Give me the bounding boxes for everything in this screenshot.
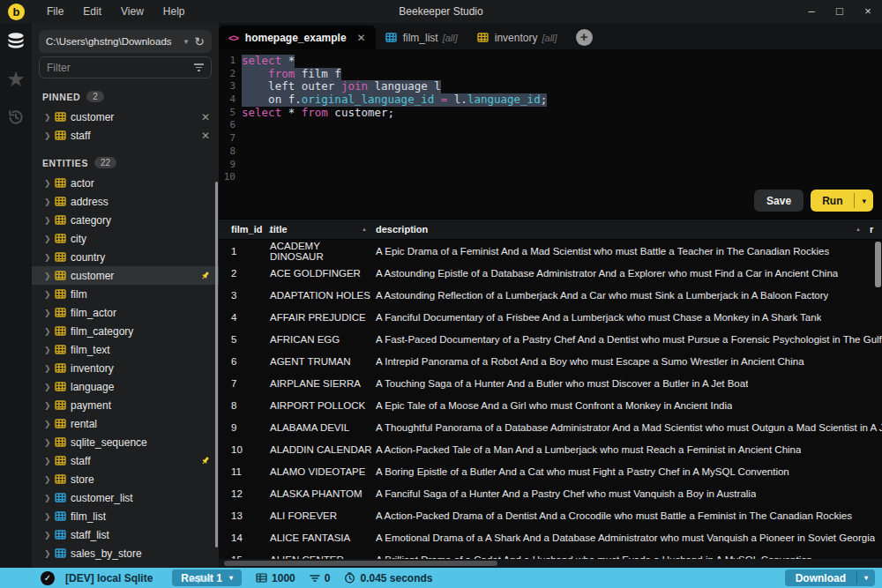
- table-row[interactable]: 6AGENT TRUMANA Intrepid Panorama of a Ro…: [219, 350, 882, 372]
- entity-item-country[interactable]: ❯country: [32, 248, 219, 266]
- cell-film-id[interactable]: 14: [219, 532, 270, 543]
- code-line-2[interactable]: 2 from film f: [219, 68, 882, 81]
- history-icon[interactable]: [4, 106, 27, 129]
- table-row[interactable]: 2ACE GOLDFINGERA Astounding Epistle of a…: [219, 262, 882, 284]
- chevron-right-icon[interactable]: ❯: [44, 216, 55, 225]
- cell-film-id[interactable]: 3: [219, 290, 270, 301]
- entities-section-header[interactable]: ENTITIES 22: [32, 145, 219, 174]
- maximize-button[interactable]: □: [826, 0, 854, 23]
- cell-film-id[interactable]: 4: [219, 312, 270, 323]
- tab-film_list[interactable]: film_list[all]: [376, 26, 467, 49]
- cell-description[interactable]: A Intrepid Panorama of a Robot And a Boy…: [376, 356, 882, 367]
- code-line-8[interactable]: 8: [219, 145, 882, 159]
- chevron-right-icon[interactable]: ❯: [44, 179, 55, 188]
- chevron-right-icon[interactable]: ❯: [44, 272, 55, 280]
- table-row[interactable]: 10ALADDIN CALENDARA Action-Packed Tale o…: [219, 438, 882, 460]
- entity-item-inventory[interactable]: ❯inventory: [32, 359, 219, 377]
- unpin-close-icon[interactable]: ✕: [201, 130, 210, 142]
- run-button[interactable]: Run ▾: [811, 190, 873, 212]
- entity-item-film[interactable]: ❯film: [32, 285, 219, 303]
- cell-film-id[interactable]: 1: [219, 246, 270, 257]
- minimize-button[interactable]: –: [797, 0, 826, 23]
- table-row[interactable]: 11ALAMO VIDEOTAPEA Boring Epistle of a B…: [219, 460, 882, 482]
- favorites-star-icon[interactable]: ★: [4, 68, 27, 91]
- results-vertical-scrollbar[interactable]: [875, 242, 881, 287]
- chevron-right-icon[interactable]: ❯: [44, 475, 55, 484]
- run-button-label[interactable]: Run: [811, 190, 854, 212]
- cell-film-id[interactable]: 8: [219, 400, 270, 411]
- tab-inventory[interactable]: inventory[all]: [467, 26, 567, 49]
- cell-title[interactable]: AIRPLANE SIERRA: [270, 378, 376, 389]
- cell-description[interactable]: A Epic Tale of a Moose And a Girl who mu…: [376, 400, 882, 411]
- chevron-right-icon[interactable]: ❯: [44, 457, 55, 465]
- pinned-section-header[interactable]: PINNED 2: [32, 78, 219, 108]
- cell-title[interactable]: ALASKA PHANTOM: [270, 488, 376, 499]
- entity-item-city[interactable]: ❯city: [32, 229, 219, 248]
- entity-item-category[interactable]: ❯category: [32, 211, 219, 229]
- table-row[interactable]: 5AFRICAN EGGA Fast-Paced Documentary of …: [219, 328, 882, 350]
- table-row[interactable]: 4AFFAIR PREJUDICEA Fanciful Documentary …: [219, 306, 882, 328]
- chevron-right-icon[interactable]: ❯: [44, 401, 55, 410]
- code-line-5[interactable]: 5select * from customer;: [219, 107, 882, 120]
- entity-item-customer_list[interactable]: ❯customer_list: [32, 488, 219, 507]
- cell-film-id[interactable]: 9: [219, 422, 270, 433]
- cell-description[interactable]: A Boring Epistle of a Butler And a Cat w…: [376, 466, 882, 477]
- tab-close-icon[interactable]: ✕: [357, 32, 366, 44]
- cell-title[interactable]: AIRPORT POLLOCK: [270, 400, 376, 411]
- save-button[interactable]: Save: [754, 190, 804, 212]
- cell-description[interactable]: A Fast-Paced Documentary of a Pastry Che…: [376, 334, 882, 345]
- pinned-item-customer[interactable]: ❯customer✕: [32, 108, 219, 126]
- cell-description[interactable]: A Action-Packed Drama of a Dentist And a…: [376, 510, 882, 521]
- table-row[interactable]: 1ACADEMY DINOSAURA Epic Drama of a Femin…: [219, 240, 882, 262]
- column-header-partial[interactable]: r: [870, 224, 882, 234]
- cell-description[interactable]: A Astounding Epistle of a Database Admin…: [376, 268, 882, 279]
- chevron-right-icon[interactable]: ❯: [44, 438, 55, 447]
- chevron-right-icon[interactable]: ❯: [44, 512, 55, 521]
- chevron-right-icon[interactable]: ❯: [44, 131, 55, 140]
- code-line-7[interactable]: 7: [219, 132, 882, 145]
- table-row[interactable]: 14ALICE FANTASIAA Emotional Drama of a A…: [219, 526, 882, 548]
- results-horizontal-scrollbar-track[interactable]: [219, 559, 882, 568]
- chevron-right-icon[interactable]: ❯: [44, 113, 55, 122]
- refresh-icon[interactable]: ↻: [194, 34, 205, 48]
- cell-title[interactable]: ACADEMY DINOSAUR: [270, 241, 376, 262]
- entity-item-rental[interactable]: ❯rental: [32, 414, 219, 433]
- close-button[interactable]: ×: [854, 0, 882, 23]
- entity-item-film_actor[interactable]: ❯film_actor: [32, 303, 219, 322]
- column-header-description[interactable]: description▲: [376, 224, 870, 234]
- cell-film-id[interactable]: 12: [219, 488, 270, 499]
- cell-title[interactable]: ALABAMA DEVIL: [270, 422, 376, 433]
- table-row[interactable]: 12ALASKA PHANTOMA Fanciful Saga of a Hun…: [219, 482, 882, 504]
- menu-file[interactable]: File: [37, 0, 73, 23]
- cell-film-id[interactable]: 13: [219, 510, 270, 521]
- chevron-right-icon[interactable]: ❯: [44, 290, 55, 299]
- entity-item-sqlite_sequence[interactable]: ❯sqlite_sequence: [32, 433, 219, 451]
- cell-film-id[interactable]: 7: [219, 378, 270, 389]
- code-line-10[interactable]: 10: [219, 171, 882, 184]
- chevron-right-icon[interactable]: ❯: [44, 531, 55, 540]
- entity-item-sales_by_store[interactable]: ❯sales_by_store: [32, 544, 219, 562]
- table-row[interactable]: 13ALI FOREVERA Action-Packed Drama of a …: [219, 504, 882, 526]
- entity-item-staff_list[interactable]: ❯staff_list: [32, 525, 219, 544]
- sort-asc-icon[interactable]: ▲: [856, 227, 861, 232]
- chevron-right-icon[interactable]: ❯: [44, 197, 55, 206]
- pinned-item-staff[interactable]: ❯staff✕: [32, 126, 219, 145]
- cell-title[interactable]: ALAMO VIDEOTAPE: [270, 466, 376, 477]
- chevron-right-icon[interactable]: ❯: [44, 549, 55, 558]
- entity-item-address[interactable]: ❯address: [32, 192, 219, 211]
- entity-item-payment[interactable]: ❯payment: [32, 396, 219, 414]
- cell-film-id[interactable]: 6: [219, 356, 270, 367]
- code-line-9[interactable]: 9: [219, 159, 882, 172]
- entity-item-language[interactable]: ❯language: [32, 377, 219, 396]
- sidebar-scrollbar[interactable]: [215, 182, 218, 547]
- code-line-6[interactable]: 6: [219, 119, 882, 132]
- menu-view[interactable]: View: [111, 0, 153, 23]
- download-button[interactable]: Download ▾: [785, 569, 875, 586]
- entity-item-film_list[interactable]: ❯film_list: [32, 507, 219, 525]
- cell-description[interactable]: A Thoughtful Panorama of a Database Admi…: [376, 422, 882, 433]
- entity-item-film_category[interactable]: ❯film_category: [32, 322, 219, 340]
- cell-film-id[interactable]: 11: [219, 466, 270, 477]
- code-line-1[interactable]: 1select *: [219, 55, 882, 68]
- cell-description[interactable]: A Emotional Drama of a A Shark And a Dat…: [376, 532, 882, 543]
- chevron-right-icon[interactable]: ❯: [44, 327, 55, 336]
